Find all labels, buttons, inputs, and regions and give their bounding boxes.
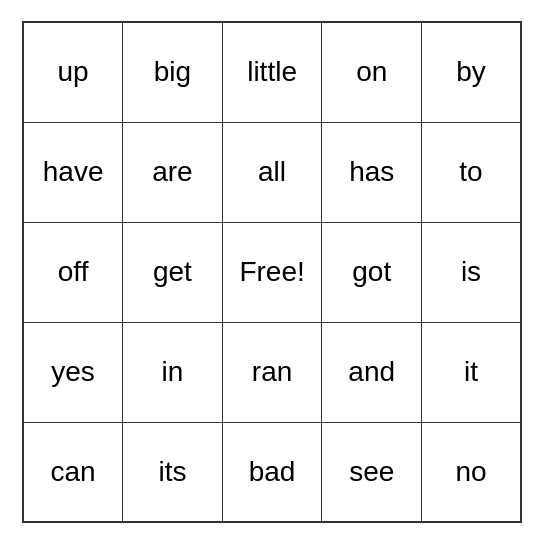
cell-3-3[interactable]: and: [322, 322, 422, 422]
cell-1-0[interactable]: have: [23, 122, 123, 222]
cell-2-4[interactable]: is: [422, 222, 522, 322]
cell-1-3[interactable]: has: [322, 122, 422, 222]
cell-1-2[interactable]: all: [222, 122, 322, 222]
cell-3-2[interactable]: ran: [222, 322, 322, 422]
cell-4-0[interactable]: can: [23, 422, 123, 522]
cell-1-4[interactable]: to: [422, 122, 522, 222]
cell-0-2[interactable]: little: [222, 22, 322, 122]
cell-4-3[interactable]: see: [322, 422, 422, 522]
cell-2-3[interactable]: got: [322, 222, 422, 322]
cell-4-2[interactable]: bad: [222, 422, 322, 522]
cell-1-1[interactable]: are: [123, 122, 223, 222]
cell-2-0[interactable]: off: [23, 222, 123, 322]
cell-0-3[interactable]: on: [322, 22, 422, 122]
cell-2-1[interactable]: get: [123, 222, 223, 322]
cell-2-2[interactable]: Free!: [222, 222, 322, 322]
cell-3-1[interactable]: in: [123, 322, 223, 422]
cell-3-0[interactable]: yes: [23, 322, 123, 422]
cell-0-0[interactable]: up: [23, 22, 123, 122]
cell-3-4[interactable]: it: [422, 322, 522, 422]
bingo-card: upbiglittleonbyhaveareallhastooffgetFree…: [22, 21, 522, 523]
cell-0-4[interactable]: by: [422, 22, 522, 122]
cell-0-1[interactable]: big: [123, 22, 223, 122]
cell-4-4[interactable]: no: [422, 422, 522, 522]
cell-4-1[interactable]: its: [123, 422, 223, 522]
